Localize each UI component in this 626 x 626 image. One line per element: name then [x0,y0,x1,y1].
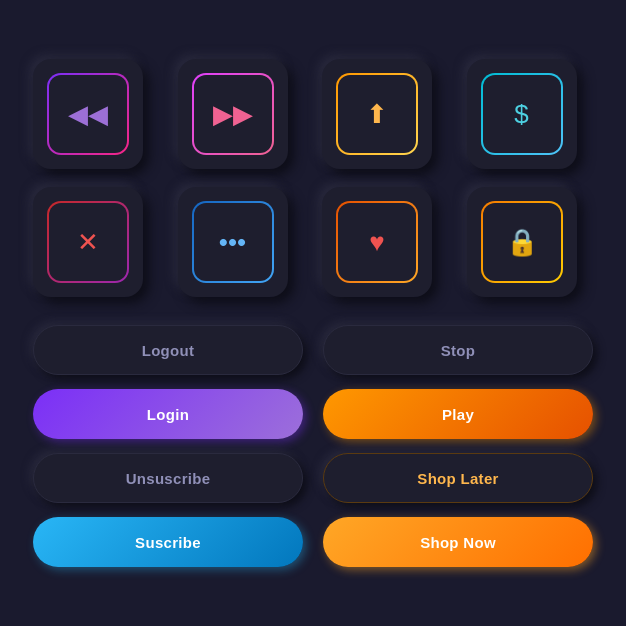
more-button[interactable]: ••• [178,187,288,297]
subscribe-label: Suscribe [135,534,201,551]
close-button[interactable]: ✕ [33,187,143,297]
heart-button[interactable]: ♥ [322,187,432,297]
shop-later-label: Shop Later [417,470,498,487]
close-icon: ✕ [77,229,99,255]
play-button[interactable]: Play [323,389,593,439]
play-label: Play [442,406,474,423]
unsubscribe-button[interactable]: Unsuscribe [33,453,303,503]
stop-label: Stop [441,342,476,359]
stop-button[interactable]: Stop [323,325,593,375]
login-label: Login [147,406,189,423]
shop-now-label: Shop Now [420,534,496,551]
upload-button[interactable]: ⬆ [322,59,432,169]
logout-button[interactable]: Logout [33,325,303,375]
unsubscribe-label: Unsuscribe [126,470,211,487]
fast-forward-icon: ▶▶ [213,101,253,127]
rewind-button[interactable]: ◀◀ [33,59,143,169]
rewind-icon: ◀◀ [68,101,108,127]
shop-now-button[interactable]: Shop Now [323,517,593,567]
logout-label: Logout [142,342,195,359]
main-container: ◀◀ ▶▶ ⬆ $ ✕ ••• [23,59,603,567]
fast-forward-button[interactable]: ▶▶ [178,59,288,169]
upload-icon: ⬆ [366,101,388,127]
login-button[interactable]: Login [33,389,303,439]
lock-icon: 🔒 [506,229,538,255]
dollar-button[interactable]: $ [467,59,577,169]
shop-later-button[interactable]: Shop Later [323,453,593,503]
more-icon: ••• [219,229,246,255]
icon-grid: ◀◀ ▶▶ ⬆ $ ✕ ••• [23,59,603,297]
button-grid: Logout Stop Login Play Unsuscribe Shop L… [23,325,603,567]
heart-icon: ♥ [369,229,384,255]
lock-button[interactable]: 🔒 [467,187,577,297]
dollar-icon: $ [514,101,528,127]
subscribe-button[interactable]: Suscribe [33,517,303,567]
